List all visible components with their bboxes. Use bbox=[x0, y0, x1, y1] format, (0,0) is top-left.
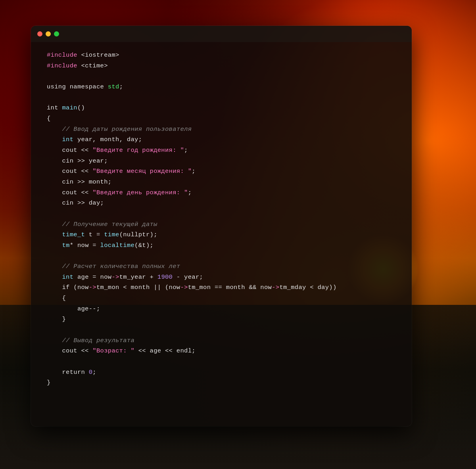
empty-line bbox=[47, 325, 396, 335]
code-line: using namespace std; bbox=[47, 82, 396, 92]
empty-line bbox=[47, 92, 396, 103]
code-line: } bbox=[47, 314, 396, 325]
titlebar bbox=[31, 26, 412, 42]
code-editor: #include <iostream> #include <ctime> usi… bbox=[31, 42, 412, 404]
code-line: time_t t = time(nullptr); bbox=[47, 230, 396, 240]
code-line: age--; bbox=[47, 304, 396, 314]
code-line: return 0; bbox=[47, 367, 396, 378]
code-line: int main() bbox=[47, 103, 396, 113]
code-line: { bbox=[47, 293, 396, 304]
code-line: tm* now = localtime(&t); bbox=[47, 240, 396, 251]
empty-line bbox=[47, 356, 396, 367]
code-line: int age = now->tm_year + 1900 - year; bbox=[47, 272, 396, 283]
code-line: #include <iostream> bbox=[47, 50, 396, 61]
code-line: cin >> day; bbox=[47, 198, 396, 209]
empty-line bbox=[47, 209, 396, 219]
code-line: #include <ctime> bbox=[47, 61, 396, 71]
empty-line bbox=[47, 71, 396, 82]
code-line: cout << "Введите месяц рождения: "; bbox=[47, 166, 396, 177]
code-line: cin >> year; bbox=[47, 156, 396, 167]
code-line: if (now->tm_mon < month || (now->tm_mon … bbox=[47, 282, 396, 293]
code-line: int year, month, day; bbox=[47, 134, 396, 145]
code-line: // Расчет количества полных лет bbox=[47, 261, 396, 272]
code-line: } bbox=[47, 377, 396, 388]
code-line: // Вывод результата bbox=[47, 335, 396, 346]
maximize-button[interactable] bbox=[54, 31, 59, 36]
code-window: #include <iostream> #include <ctime> usi… bbox=[31, 26, 412, 426]
code-line: { bbox=[47, 113, 396, 124]
code-line: // Ввод даты рождения пользователя bbox=[47, 124, 396, 135]
minimize-button[interactable] bbox=[46, 31, 51, 36]
code-line: cin >> month; bbox=[47, 177, 396, 188]
code-line: cout << "Введите день рождения: "; bbox=[47, 188, 396, 198]
code-line: cout << "Возраст: " << age << endl; bbox=[47, 346, 396, 356]
close-button[interactable] bbox=[37, 31, 42, 36]
code-line: // Получение текущей даты bbox=[47, 219, 396, 230]
empty-line bbox=[47, 251, 396, 261]
code-line: cout << "Введите год рождения: "; bbox=[47, 145, 396, 156]
